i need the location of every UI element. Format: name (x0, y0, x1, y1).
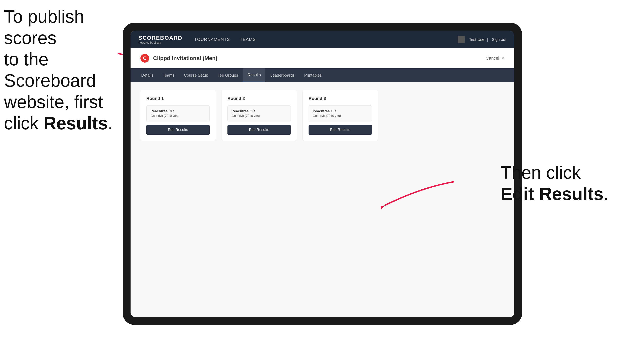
round-3-edit-results-button[interactable]: Edit Results (308, 125, 372, 135)
tab-leaderboards-label: Leaderboards (270, 73, 294, 78)
user-icon (458, 36, 465, 43)
round-3-title: Round 3 (308, 96, 372, 101)
instruction-line2: to the Scoreboard (4, 49, 96, 90)
round-1-course-box: Peachtree GC Gold (M) (7010 yds) (146, 105, 210, 122)
tab-course-setup-label: Course Setup (184, 73, 208, 78)
round-2-title: Round 2 (228, 96, 291, 101)
nav-tournaments[interactable]: TOURNAMENTS (194, 37, 230, 42)
instruction-edit-results-bold: Edit Results (500, 184, 604, 204)
user-label: Test User | (469, 37, 488, 42)
nav-right: Test User | Sign out (458, 36, 506, 43)
round-1-course-details: Gold (M) (7010 yds) (150, 114, 206, 118)
tab-leaderboards[interactable]: Leaderboards (266, 68, 299, 82)
tab-teams-label: Teams (163, 73, 174, 78)
round-2-course-box: Peachtree GC Gold (M) (7010 yds) (228, 105, 291, 122)
tablet-screen: SCOREBOARD Powered by clippd TOURNAMENTS… (130, 31, 514, 317)
instruction-line3: website, first (4, 92, 103, 112)
top-nav: SCOREBOARD Powered by clippd TOURNAMENTS… (130, 31, 514, 48)
instruction-then-click: Then click (500, 163, 581, 182)
tournament-title-area: C Clippd Invitational (Men) (140, 54, 217, 63)
tournament-header: C Clippd Invitational (Men) Cancel ✕ (130, 48, 514, 68)
round-3-course-name: Peachtree GC (313, 109, 368, 113)
tab-printables-label: Printables (304, 73, 322, 78)
nav-links: TOURNAMENTS TEAMS (194, 37, 458, 42)
cancel-label: Cancel (486, 56, 499, 61)
instruction-left: To publish scores to the Scoreboard webs… (4, 6, 119, 134)
round-1-card: Round 1 Peachtree GC Gold (M) (7010 yds)… (140, 90, 216, 141)
instruction-right: Then click Edit Results. (500, 162, 608, 205)
content-area: C Clippd Invitational (Men) Cancel ✕ Det… (130, 48, 514, 317)
logo-sub: Powered by clippd (138, 41, 182, 44)
tab-course-setup[interactable]: Course Setup (179, 68, 213, 82)
tab-tee-groups[interactable]: Tee Groups (213, 68, 243, 82)
round-1-title: Round 1 (146, 96, 210, 101)
main-content: Round 1 Peachtree GC Gold (M) (7010 yds)… (130, 82, 514, 317)
tab-printables[interactable]: Printables (300, 68, 326, 82)
round-3-card: Round 3 Peachtree GC Gold (M) (7010 yds)… (302, 90, 378, 141)
round-3-course-box: Peachtree GC Gold (M) (7010 yds) (308, 105, 372, 122)
round-2-edit-results-button[interactable]: Edit Results (228, 125, 291, 135)
logo-text: SCOREBOARD (138, 35, 182, 41)
instruction-right-period: . (604, 184, 608, 204)
round-3-course-details: Gold (M) (7010 yds) (313, 114, 368, 118)
tournament-icon: C (140, 54, 149, 63)
round-2-course-name: Peachtree GC (232, 109, 286, 113)
close-icon: ✕ (501, 56, 504, 61)
round-1-edit-results-button[interactable]: Edit Results (146, 125, 210, 135)
rounds-container: Round 1 Peachtree GC Gold (M) (7010 yds)… (140, 90, 504, 141)
tab-teams[interactable]: Teams (158, 68, 179, 82)
tab-details[interactable]: Details (136, 68, 158, 82)
tab-results-label: Results (248, 73, 261, 77)
tournament-title: Clippd Invitational (Men) (153, 55, 217, 61)
instruction-results-bold: Results (44, 113, 108, 133)
instruction-line1: To publish scores (4, 7, 84, 48)
tab-tee-groups-label: Tee Groups (218, 73, 238, 78)
instruction-period: . (108, 113, 113, 133)
tab-bar: Details Teams Course Setup Tee Groups Re… (130, 68, 514, 82)
tab-details-label: Details (141, 73, 153, 78)
instruction-line4-plain: click (4, 113, 44, 133)
cancel-button[interactable]: Cancel ✕ (486, 56, 504, 61)
tab-results[interactable]: Results (243, 68, 266, 82)
nav-teams[interactable]: TEAMS (240, 37, 256, 42)
sign-out-link[interactable]: Sign out (492, 37, 506, 42)
round-2-card: Round 2 Peachtree GC Gold (M) (7010 yds)… (222, 90, 297, 141)
logo-area: SCOREBOARD Powered by clippd (138, 35, 182, 44)
round-1-course-name: Peachtree GC (150, 109, 206, 113)
round-2-course-details: Gold (M) (7010 yds) (232, 114, 286, 118)
tablet-device: SCOREBOARD Powered by clippd TOURNAMENTS… (123, 23, 522, 325)
